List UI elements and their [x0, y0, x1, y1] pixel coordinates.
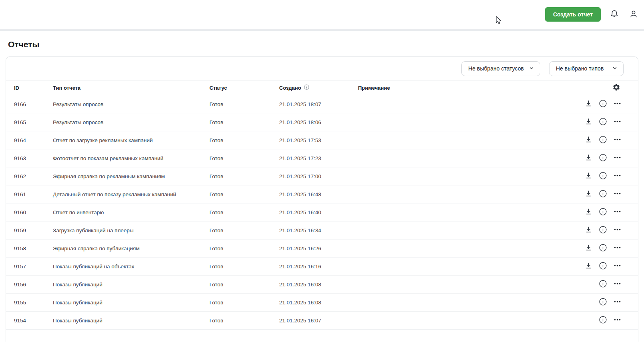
reports-page: Отчеты Не выбрано статусов Не выбрано ти… [0, 40, 644, 342]
cell-created: 21.01.2025 16:08 [279, 282, 358, 288]
download-button[interactable] [584, 189, 593, 199]
table-row: 9163 Фотоотчет по показам рекламных камп… [6, 149, 638, 167]
table-row: 9162 Эфирная справка по рекламным кампан… [6, 167, 638, 185]
more-actions-button[interactable] [613, 189, 622, 199]
column-header-type: Тип отчета [53, 85, 209, 91]
table-settings-button[interactable] [612, 82, 621, 93]
ellipsis-icon [614, 298, 621, 307]
table-row: 9154 Показы публикаций Готов 21.01.2025 … [6, 312, 638, 330]
download-icon [585, 226, 592, 235]
info-icon [599, 225, 607, 235]
info-button[interactable] [598, 135, 608, 146]
cell-type: Показы публикаций [53, 300, 209, 306]
info-button[interactable] [598, 171, 608, 182]
info-button[interactable] [598, 207, 608, 218]
cell-id: 9162 [14, 173, 53, 179]
more-actions-button[interactable] [613, 225, 622, 235]
cell-status: Готов [209, 191, 279, 197]
download-icon [585, 118, 592, 127]
cell-created: 21.01.2025 16:08 [279, 300, 358, 306]
more-actions-button[interactable] [613, 99, 622, 109]
download-icon [585, 190, 592, 199]
user-icon [629, 9, 638, 20]
download-button[interactable] [584, 135, 593, 145]
download-button[interactable] [584, 261, 593, 272]
ellipsis-icon [614, 280, 621, 289]
more-actions-button[interactable] [613, 261, 622, 272]
info-icon [599, 243, 607, 253]
info-button[interactable] [598, 189, 608, 200]
info-icon [599, 99, 607, 109]
info-button[interactable] [598, 315, 608, 326]
info-icon [599, 298, 607, 307]
topbar: Создать отчет [0, 0, 644, 29]
notifications-button[interactable] [609, 8, 620, 21]
download-icon [585, 262, 592, 271]
more-actions-button[interactable] [613, 315, 622, 326]
info-button[interactable] [598, 117, 608, 128]
create-report-button[interactable]: Создать отчет [545, 7, 601, 22]
ellipsis-icon [614, 262, 621, 271]
cell-status: Готов [209, 173, 279, 179]
more-actions-button[interactable] [613, 117, 622, 127]
cell-created: 21.01.2025 18:07 [279, 101, 358, 107]
info-button[interactable] [598, 153, 608, 164]
chevron-down-icon [612, 65, 618, 72]
cell-type: Эфирная справка по рекламным кампаниям [53, 173, 209, 179]
cell-status: Готов [209, 282, 279, 288]
more-actions-button[interactable] [613, 207, 622, 217]
status-filter-dropdown[interactable]: Не выбрано статусов [461, 61, 540, 76]
cell-created: 21.01.2025 17:00 [279, 173, 358, 179]
more-actions-button[interactable] [613, 297, 622, 308]
info-icon[interactable] [304, 84, 310, 91]
cell-id: 9163 [14, 155, 53, 161]
cell-type: Показы публикаций [53, 282, 209, 288]
cell-created: 21.01.2025 17:53 [279, 137, 358, 143]
download-button[interactable] [584, 99, 593, 109]
more-actions-button[interactable] [613, 153, 622, 163]
download-button[interactable] [584, 117, 593, 127]
table-row: 9165 Результаты опросов Готов 21.01.2025… [6, 113, 638, 131]
cell-status: Готов [209, 318, 279, 324]
column-header-id: ID [14, 85, 53, 91]
table-row: 9157 Показы публикаций на объектах Готов… [6, 258, 638, 276]
info-button[interactable] [598, 279, 608, 290]
user-menu-button[interactable] [628, 8, 639, 21]
more-actions-button[interactable] [613, 243, 622, 253]
info-icon [599, 171, 607, 181]
download-button[interactable] [584, 225, 593, 235]
cell-type: Эфирная справка по публикациям [53, 245, 209, 251]
more-actions-button[interactable] [613, 135, 622, 145]
cell-status: Готов [209, 101, 279, 107]
type-filter-dropdown[interactable]: Не выбрано типов [549, 61, 624, 76]
table-row: 9166 Результаты опросов Готов 21.01.2025… [6, 95, 638, 113]
table-row: 9161 Детальный отчет по показу рекламных… [6, 185, 638, 203]
info-button[interactable] [598, 261, 608, 272]
ellipsis-icon [614, 100, 621, 109]
cell-status: Готов [209, 245, 279, 251]
reports-card: Не выбрано статусов Не выбрано типов ID … [6, 56, 638, 342]
more-actions-button[interactable] [613, 171, 622, 181]
download-button[interactable] [584, 243, 593, 253]
more-actions-button[interactable] [613, 279, 622, 290]
download-button[interactable] [584, 153, 593, 163]
cell-created: 21.01.2025 16:16 [279, 264, 358, 270]
cell-id: 9164 [14, 137, 53, 143]
download-button[interactable] [584, 207, 593, 217]
cell-type: Фотоотчет по показам рекламных кампаний [53, 155, 209, 161]
cell-status: Готов [209, 137, 279, 143]
info-button[interactable] [598, 243, 608, 254]
cell-id: 9154 [14, 318, 53, 324]
cell-created: 21.01.2025 16:07 [279, 318, 358, 324]
table-row: 9158 Эфирная справка по публикациям Гото… [6, 239, 638, 258]
download-icon [585, 208, 592, 217]
download-button[interactable] [584, 171, 593, 181]
info-icon [599, 189, 607, 199]
info-button[interactable] [598, 99, 608, 110]
info-button[interactable] [598, 225, 608, 236]
ellipsis-icon [614, 190, 621, 199]
info-button[interactable] [598, 297, 608, 308]
download-icon [585, 154, 592, 163]
cell-id: 9166 [14, 101, 53, 107]
cell-id: 9157 [14, 264, 53, 270]
